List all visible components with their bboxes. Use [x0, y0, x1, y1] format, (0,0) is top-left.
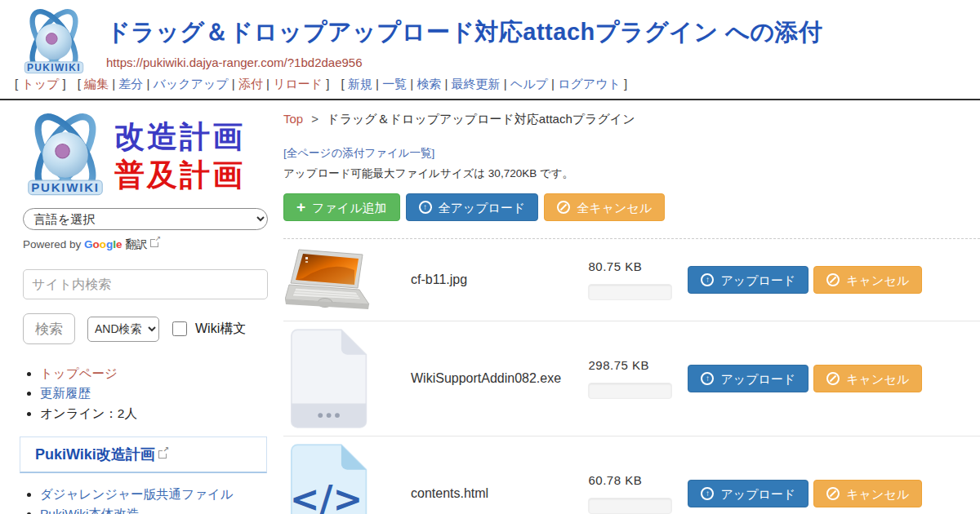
- all-attachments-link[interactable]: [全ページの添付ファイル一覧]: [283, 146, 434, 161]
- cancel-all-button[interactable]: 全キャンセル: [544, 193, 665, 221]
- navbar: [ トップ ][ 編集 | 差分 | バックアップ | 添付 | リロード ][…: [0, 73, 980, 100]
- cancel-icon: [826, 487, 840, 500]
- file-size-column: 298.75 KB: [588, 358, 679, 399]
- title-block: ドラッグ＆ドロップアップロード対応attachプラグイン への添付 https:…: [106, 7, 823, 73]
- svg-text:</>: </>: [290, 478, 363, 514]
- pukiwiki-logo-icon: PUKIWIKI: [15, 7, 93, 78]
- upload-icon: ↑: [419, 201, 432, 214]
- sidebar-link-top-page[interactable]: トップページ: [40, 366, 118, 380]
- cancel-button[interactable]: キャンセル: [813, 480, 922, 507]
- upload-button[interactable]: ↑アップロード: [688, 365, 808, 392]
- page-url-link[interactable]: https://pukiwiki.dajya-ranger.com/?1bd2d…: [106, 55, 363, 69]
- file-size: 298.75 KB: [588, 358, 679, 372]
- nav-link-edit[interactable]: 編集: [84, 77, 109, 91]
- site-search-input[interactable]: [23, 269, 268, 299]
- logo-fukyuu-label: 普及計画: [114, 160, 245, 190]
- file-row: WikiSupportAddin082.exe298.75 KB↑アップロードキ…: [283, 321, 980, 436]
- file-row: cf-b11.jpg80.75 KB↑アップロードキャンセル: [283, 239, 980, 321]
- search-button[interactable]: 検索: [23, 313, 75, 344]
- upload-icon: ↑: [701, 273, 714, 286]
- file-row: </>contents.html60.78 KB↑アップロードキャンセル: [283, 436, 980, 514]
- search-mode-select[interactable]: AND検索: [87, 317, 159, 342]
- sidebar-section-heading[interactable]: PukiWiki改造計画: [20, 436, 267, 473]
- upload-progress-bar: [588, 498, 672, 514]
- file-name: WikiSupportAddin082.exe: [373, 371, 588, 386]
- toolbar: +ファイル追加↑全アップロード全キャンセル: [283, 193, 980, 221]
- external-link-icon: [150, 239, 158, 247]
- file-size: 60.78 KB: [588, 473, 679, 487]
- file-row-buttons: ↑アップロードキャンセル: [688, 266, 980, 294]
- language-select[interactable]: 言語を選択: [23, 208, 268, 230]
- file-name: contents.html: [373, 486, 588, 501]
- cancel-button[interactable]: キャンセル: [813, 266, 922, 294]
- sidebar-link-recent-changes[interactable]: 更新履歴: [40, 386, 91, 400]
- sidebar-logo: PUKIWIKI 改造計画 普及計画: [18, 110, 270, 202]
- pukiwiki-page: PUKIWIKI ドラッグ＆ドロップアップロード対応attachプラグイン への…: [0, 0, 980, 514]
- translate-link[interactable]: 翻訳: [125, 238, 147, 250]
- list-item: トップページ: [40, 364, 270, 383]
- upload-button[interactable]: ↑アップロード: [688, 480, 808, 507]
- breadcrumb: Top > ドラッグ＆ドロップアップロード対応attachプラグイン: [283, 112, 980, 127]
- upload-button[interactable]: ↑アップロード: [688, 266, 808, 294]
- breadcrumb-separator: >: [311, 112, 318, 126]
- file-size: 80.75 KB: [588, 259, 679, 273]
- page-title: ドラッグ＆ドロップアップロード対応attachプラグイン への添付: [106, 16, 823, 49]
- laptop-photo-thumbnail: [285, 246, 372, 313]
- list-item: PukiWiki本体改造: [40, 504, 270, 514]
- html-file-icon: </>: [287, 444, 369, 514]
- cancel-icon: [826, 273, 840, 286]
- section-heading-label: PukiWiki改造計画: [35, 446, 155, 463]
- logo-kaizou-label: 改造計画: [114, 122, 245, 152]
- wiki-syntax-checkbox[interactable]: [172, 321, 187, 336]
- svg-text:PUKIWIKI: PUKIWIKI: [27, 62, 81, 73]
- upload-progress-bar: [588, 284, 672, 300]
- nav-group: [ 新規 | 一覧 | 検索 | 最終更新 | ヘルプ | ログアウト ]: [341, 77, 628, 91]
- nav-link-help[interactable]: ヘルプ: [510, 77, 548, 91]
- google-translate-credit: Powered by Google 翻訳: [23, 237, 270, 252]
- file-thumbnail: [283, 246, 373, 313]
- nav-link-attach[interactable]: 添付: [238, 77, 263, 91]
- powered-by-label: Powered by: [23, 238, 81, 250]
- cancel-button[interactable]: キャンセル: [813, 365, 922, 392]
- sidebar: PUKIWIKI 改造計画 普及計画 言語を選択 Powered by Goog…: [0, 100, 270, 514]
- nav-link-top[interactable]: トップ: [21, 77, 59, 91]
- nav-group: [ 編集 | 差分 | バックアップ | 添付 | リロード ]: [78, 77, 330, 91]
- wiki-syntax-label: Wiki構文: [195, 321, 246, 338]
- nav-link-diff[interactable]: 差分: [118, 77, 143, 91]
- breadcrumb-current: ドラッグ＆ドロップアップロード対応attachプラグイン: [327, 112, 635, 126]
- google-logo: Google: [84, 238, 122, 250]
- nav-link-list[interactable]: 一覧: [382, 77, 407, 91]
- nav-group: [ トップ ]: [15, 77, 66, 91]
- nav-link-logout[interactable]: ログアウト: [558, 77, 621, 91]
- sidebar-logo-text: 改造計画 普及計画: [114, 122, 245, 190]
- max-upload-size-text: アップロード可能最大ファイルサイズは 30,720KB です。: [283, 166, 980, 181]
- upload-all-button[interactable]: ↑全アップロード: [406, 193, 539, 221]
- file-size-column: 60.78 KB: [588, 473, 679, 514]
- sidebar-link-core-mod[interactable]: PukiWiki本体改造: [40, 507, 139, 514]
- sidebar-text-online-count: オンライン：2人: [40, 406, 137, 420]
- list-item: 更新履歴: [40, 383, 270, 402]
- nav-link-reload[interactable]: リロード: [273, 77, 323, 91]
- sidebar-link-common-files[interactable]: ダジャレンジャー版共通ファイル: [40, 487, 234, 501]
- nav-link-recent[interactable]: 最終更新: [452, 77, 501, 91]
- external-link-icon: [158, 450, 167, 459]
- nav-link-new[interactable]: 新規: [348, 77, 372, 91]
- file-row-buttons: ↑アップロードキャンセル: [688, 365, 980, 392]
- nav-link-search[interactable]: 検索: [416, 77, 441, 91]
- breadcrumb-home-link[interactable]: Top: [283, 112, 303, 126]
- cancel-icon: [557, 201, 570, 214]
- upload-progress-bar: [588, 383, 672, 399]
- header: PUKIWIKI ドラッグ＆ドロップアップロード対応attachプラグイン への…: [0, 0, 980, 73]
- file-row-buttons: ↑アップロードキャンセル: [688, 480, 980, 507]
- add-files-button[interactable]: +ファイル追加: [283, 193, 400, 221]
- upload-icon: ↑: [701, 372, 714, 385]
- main-content: Top > ドラッグ＆ドロップアップロード対応attachプラグイン [全ページ…: [270, 100, 980, 514]
- svg-text:PUKIWIKI: PUKIWIKI: [31, 180, 99, 194]
- plus-icon: +: [296, 199, 305, 215]
- file-thumbnail: </>: [283, 444, 373, 514]
- nav-link-backup[interactable]: バックアップ: [154, 77, 229, 91]
- file-name: cf-b11.jpg: [373, 273, 588, 287]
- file-list: cf-b11.jpg80.75 KB↑アップロードキャンセルWikiSuppor…: [283, 238, 980, 514]
- generic-file-icon: [287, 329, 369, 428]
- sidebar-plugin-links: ダジャレンジャー版共通ファイルPukiWiki本体改造PukiWikiテキスト表…: [23, 485, 270, 514]
